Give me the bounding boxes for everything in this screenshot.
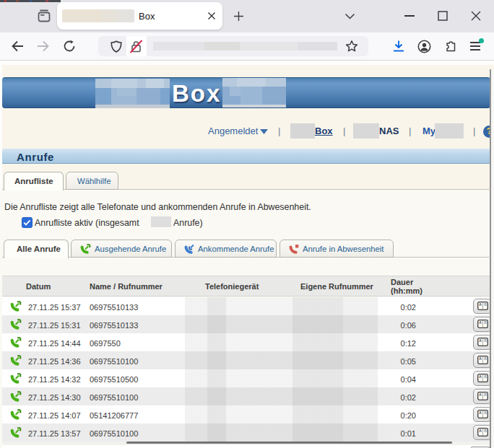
svg-text:B: B xyxy=(484,338,487,343)
svg-text:A: A xyxy=(479,410,482,415)
svg-text:A: A xyxy=(479,374,482,379)
svg-text:A: A xyxy=(479,429,482,433)
svg-text:B: B xyxy=(484,302,487,307)
svg-text:B: B xyxy=(484,374,487,379)
svg-text:A: A xyxy=(479,320,482,325)
svg-text:B: B xyxy=(484,392,487,397)
svg-text:B: B xyxy=(484,410,487,415)
svg-text:A: A xyxy=(479,302,482,307)
svg-text:A: A xyxy=(479,392,482,397)
svg-text:A: A xyxy=(479,356,482,361)
svg-text:B: B xyxy=(484,429,487,433)
svg-text:A: A xyxy=(479,338,482,343)
svg-text:B: B xyxy=(484,356,487,361)
svg-text:B: B xyxy=(484,320,487,325)
